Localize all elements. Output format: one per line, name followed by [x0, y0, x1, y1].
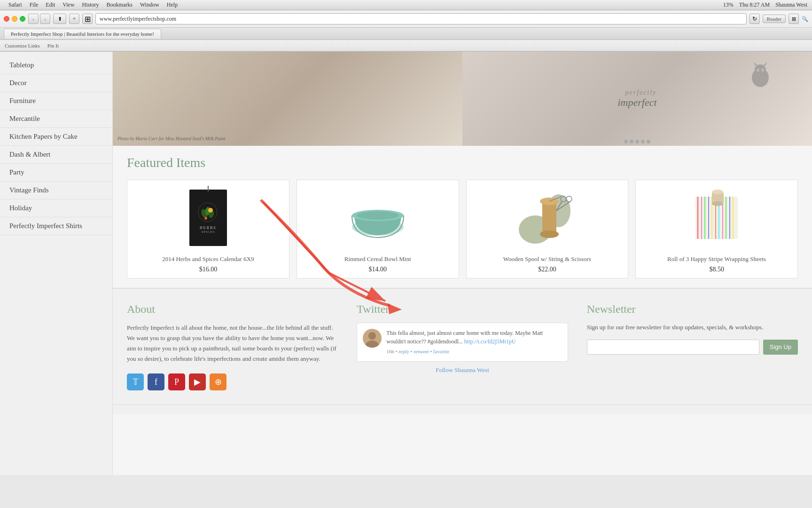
menu-bookmarks[interactable]: Bookmarks — [107, 1, 133, 8]
hero-left-panel: Photo by Maria Carr for Miss Mustard See… — [113, 52, 462, 146]
svg-point-39 — [712, 201, 723, 206]
tweet-reply[interactable]: reply — [398, 349, 409, 354]
sidebar-item-party[interactable]: Party — [0, 164, 112, 182]
sidebar-item-holiday[interactable]: Holiday — [0, 199, 112, 217]
share-button[interactable]: ⬆ — [53, 14, 66, 24]
pin-it[interactable]: Pin It — [47, 43, 59, 48]
svg-point-19 — [540, 230, 559, 238]
reader-button[interactable]: Reader — [763, 15, 786, 23]
bookmarks-button[interactable]: ⊞ — [789, 14, 799, 24]
svg-point-38 — [712, 190, 723, 194]
svg-point-14 — [357, 211, 399, 220]
item-image-bowl — [302, 185, 454, 251]
svg-point-4 — [757, 68, 759, 72]
tweet-meta: 16h • reply • retweet • favorite — [386, 348, 562, 356]
refresh-button[interactable]: ↻ — [750, 14, 760, 24]
sidebar-item-dash-albert[interactable]: Dash & Albert — [0, 146, 112, 164]
follow-link[interactable]: Follow Shaunna West — [357, 366, 568, 374]
sidebar-item-mercantile[interactable]: Mercantile — [0, 110, 112, 128]
new-tab-button[interactable]: + — [69, 14, 79, 24]
svg-point-40 — [368, 332, 376, 340]
newsletter-text: Sign up for our free newsletter for shop… — [587, 323, 798, 333]
herbs-calendar-image: HERBS SPICES — [189, 190, 227, 246]
svg-rect-17 — [542, 201, 556, 234]
social-icons: 𝕋 f P ▶ ⊕ — [127, 373, 338, 390]
featured-section: Featured Items — [113, 146, 812, 288]
sidebar-item-vintage[interactable]: Vintage Finds — [0, 182, 112, 199]
customize-links[interactable]: Customize Links — [5, 43, 40, 48]
address-bar[interactable]: www.perfectlyimperfectshop.com — [95, 13, 747, 24]
sidebar-item-kitchen-papers[interactable]: Kitchen Papers by Cake — [0, 128, 112, 146]
menu-safari[interactable]: Safari — [8, 1, 22, 8]
url-text: www.perfectlyimperfectshop.com — [100, 16, 176, 23]
svg-marker-3 — [764, 62, 767, 66]
svg-point-10 — [208, 208, 213, 213]
close-button[interactable] — [4, 16, 9, 22]
item-name-herbs: 2014 Herbs and Spices Calendar 6X9 — [162, 255, 254, 263]
menu-history[interactable]: History — [82, 1, 99, 8]
hero-dot-3[interactable] — [635, 140, 639, 143]
minimize-button[interactable] — [12, 16, 17, 22]
hero-dot-2[interactable] — [630, 140, 633, 143]
menu-window[interactable]: Window — [140, 1, 159, 8]
hero-logo: perfectly imperfect — [617, 89, 656, 109]
svg-point-41 — [366, 341, 379, 348]
signup-button[interactable]: Sign Up — [763, 340, 798, 355]
youtube-icon[interactable]: ▶ — [189, 373, 206, 390]
rss-icon[interactable]: ⊕ — [210, 373, 226, 390]
username: Shaunna West — [775, 1, 807, 8]
page-wrapper: Tabletop Decor Furniture Mercantile Kitc… — [0, 52, 812, 475]
item-price-spool: $22.00 — [538, 266, 556, 273]
menu-view[interactable]: View — [62, 1, 74, 8]
tweet-avatar — [363, 329, 382, 348]
sidebar-item-furniture[interactable]: Furniture — [0, 92, 112, 110]
pinterest-icon[interactable]: P — [168, 373, 185, 390]
tweet-content: This fella almost, just almost came home… — [386, 329, 562, 356]
svg-point-22 — [566, 196, 572, 202]
hero-right-panel: perfectly imperfect — [462, 52, 812, 146]
spool-svg — [516, 187, 578, 248]
back-button[interactable]: ‹ — [28, 14, 39, 24]
forward-button[interactable]: › — [40, 14, 50, 24]
hero-dot-1[interactable] — [624, 140, 628, 143]
twitter-heading: Twitter — [357, 303, 568, 316]
show-top-sites[interactable]: ⊞ — [82, 14, 93, 24]
item-name-bowl: Rimmed Cereal Bowl Mint — [344, 255, 411, 263]
traffic-lights — [4, 16, 25, 22]
sidebar-item-tabletop[interactable]: Tabletop — [0, 56, 112, 74]
about-column: About Perfectly Imperfect is all about t… — [127, 303, 338, 390]
items-grid: HERBS SPICES 2014 Herbs and Spices Calen… — [127, 180, 798, 278]
tweet-link[interactable]: http://t.co/fd2j5Mt1pU — [464, 338, 516, 345]
tab-bar: Perfectly Imperfect Shop | Beautiful Int… — [0, 28, 812, 40]
browser-chrome: ‹ › ⬆ + ⊞ www.perfectlyimperfectshop.com… — [0, 10, 812, 52]
twitter-icon[interactable]: 𝕋 — [127, 373, 144, 390]
hero-dot-4[interactable] — [641, 140, 645, 143]
item-price-herbs: $16.00 — [199, 266, 218, 273]
facebook-icon[interactable]: f — [148, 373, 164, 390]
item-card-wrapping[interactable]: Roll of 3 Happy Stripe Wrapping Sheets $… — [635, 180, 798, 278]
item-card-spool[interactable]: Wooden Spool w/ String & Scissors $22.00 — [466, 180, 629, 278]
battery-indicator: 13% — [723, 1, 734, 8]
item-card-herbs-calendar[interactable]: HERBS SPICES 2014 Herbs and Spices Calen… — [127, 180, 289, 278]
menu-edit[interactable]: Edit — [46, 1, 55, 8]
sidebar-item-decor[interactable]: Decor — [0, 74, 112, 92]
item-image-wrapping — [640, 185, 793, 251]
maximize-button[interactable] — [20, 16, 25, 22]
tweet-retweet[interactable]: retweet — [414, 349, 429, 354]
sidebar-item-shirts[interactable]: Perfectly Imperfect Shirts — [0, 217, 112, 235]
tweet-time: 16h — [386, 349, 394, 354]
tweet-favorite[interactable]: favorite — [433, 349, 449, 354]
newsletter-email-input[interactable] — [587, 340, 759, 355]
menu-file[interactable]: File — [30, 1, 39, 8]
item-price-wrapping: $8.50 — [709, 266, 724, 273]
clock: Thu 8:27 AM — [739, 1, 770, 8]
active-tab[interactable]: Perfectly Imperfect Shop | Beautiful Int… — [4, 29, 161, 39]
twitter-column: Twitter This fella almost, just almost c… — [357, 303, 568, 390]
hero-dots — [624, 140, 650, 143]
hero-caption: Photo by Maria Carr for Miss Mustard See… — [117, 136, 225, 141]
item-card-bowl[interactable]: Rimmed Cereal Bowl Mint $14.00 — [297, 180, 459, 278]
item-price-bowl: $14.00 — [368, 266, 387, 273]
menu-help[interactable]: Help — [167, 1, 178, 8]
hero-dot-5[interactable] — [647, 140, 650, 143]
bowl-svg — [345, 192, 411, 244]
